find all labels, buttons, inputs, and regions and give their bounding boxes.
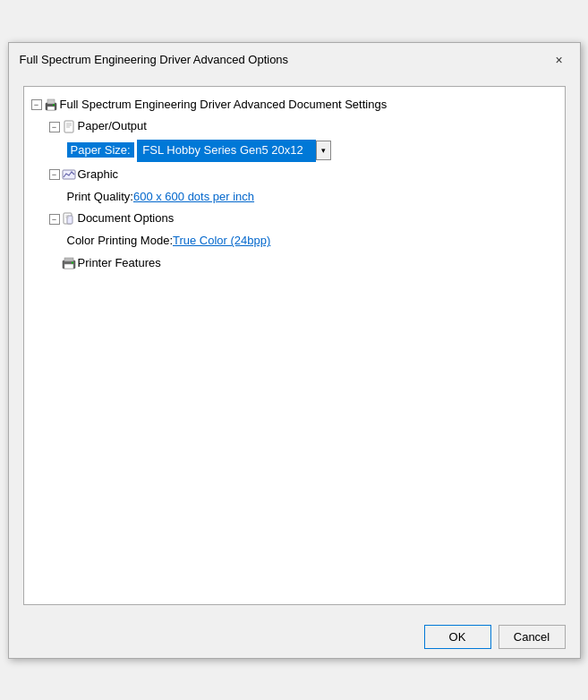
close-button[interactable]: × — [550, 50, 569, 70]
print-quality-value[interactable]: 600 x 600 dots per inch — [133, 188, 254, 207]
root-label: Full Spectrum Engineering Driver Advance… — [60, 96, 388, 115]
paper-size-value[interactable]: FSL Hobby Series Gen5 20x12 — [137, 140, 316, 162]
svg-rect-3 — [53, 104, 55, 106]
document-options-node: − Document Options — [28, 208, 561, 230]
graphic-expand-icon[interactable]: − — [49, 169, 60, 180]
dialog-footer: OK Cancel — [9, 616, 580, 658]
tree-root: − Full Spectrum Engineering Driver Advan… — [28, 94, 561, 116]
paper-output-node: − Paper/Output — [28, 115, 561, 138]
printer-features-icon — [62, 256, 76, 270]
paper-icon — [62, 120, 76, 134]
printer-features-node: Printer Features — [28, 252, 561, 275]
graphic-icon — [62, 167, 76, 182]
graphic-label: Graphic — [78, 166, 119, 184]
svg-rect-14 — [64, 258, 73, 261]
paper-size-highlight: Paper Size: — [67, 142, 134, 158]
svg-point-16 — [72, 262, 73, 264]
cancel-button[interactable]: Cancel — [499, 625, 566, 649]
paper-output-label: Paper/Output — [78, 117, 147, 136]
ok-button[interactable]: OK — [424, 625, 491, 649]
paper-size-arrow[interactable]: ▾ — [316, 141, 331, 160]
print-quality-row: Print Quality: 600 x 600 dots per inch — [28, 186, 561, 209]
svg-rect-2 — [47, 107, 55, 110]
color-mode-value[interactable]: True Color (24bpp) — [173, 232, 270, 251]
dialog-content: − Full Spectrum Engineering Driver Advan… — [9, 75, 580, 616]
color-mode-row: Color Printing Mode: True Color (24bpp) — [28, 230, 561, 252]
svg-rect-15 — [64, 264, 73, 269]
document-options-icon — [62, 212, 76, 226]
paper-size-label: Paper Size: — [67, 141, 134, 160]
root-expand-icon[interactable]: − — [31, 99, 42, 110]
graphic-node: − Graphic — [28, 164, 561, 186]
color-mode-label: Color Printing Mode: — [67, 232, 174, 251]
paper-size-dropdown-container: FSL Hobby Series Gen5 20x12 ▾ — [137, 140, 331, 162]
dialog-title: Full Spectrum Engineering Driver Advance… — [20, 53, 289, 66]
print-quality-label: Print Quality: — [67, 188, 133, 207]
svg-rect-10 — [67, 216, 72, 224]
printer-icon — [44, 98, 58, 112]
svg-rect-1 — [47, 99, 55, 104]
title-bar: Full Spectrum Engineering Driver Advance… — [9, 43, 580, 75]
document-options-label: Document Options — [78, 209, 175, 228]
svg-rect-4 — [64, 121, 73, 132]
dialog-window: Full Spectrum Engineering Driver Advance… — [8, 42, 581, 659]
printer-features-label: Printer Features — [78, 254, 161, 273]
document-options-expand-icon[interactable]: − — [49, 214, 60, 225]
svg-rect-8 — [63, 170, 75, 179]
paper-size-row: Paper Size: FSL Hobby Series Gen5 20x12 … — [28, 138, 561, 164]
paper-output-expand-icon[interactable]: − — [49, 122, 60, 132]
tree-container: − Full Spectrum Engineering Driver Advan… — [23, 86, 566, 605]
